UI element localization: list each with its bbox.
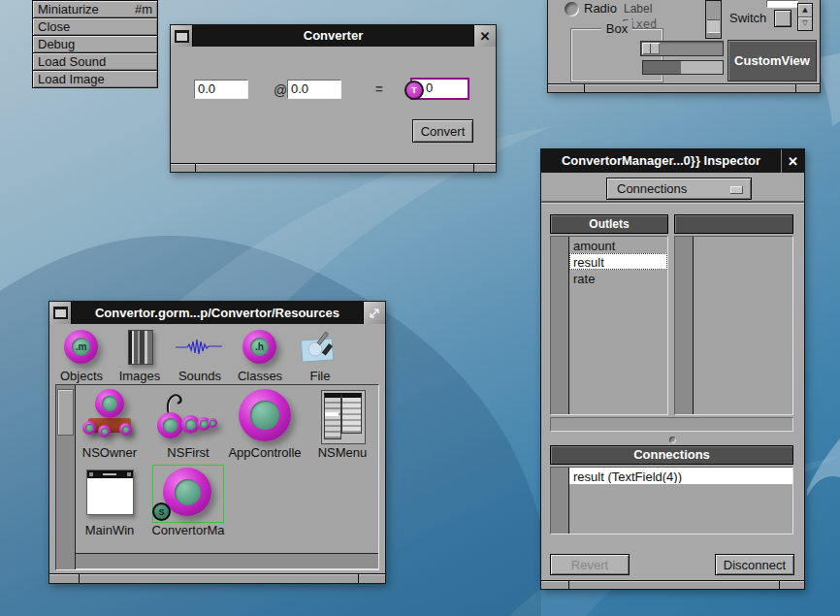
group-box-title: Box	[601, 21, 632, 36]
result-value: 0	[426, 81, 433, 95]
gorm-titlebar[interactable]: Convertor.gorm...p/Convertor/Resources	[49, 302, 385, 324]
radio-label[interactable]: Radio	[584, 1, 617, 16]
convert-button[interactable]: Convert	[412, 119, 473, 143]
slider[interactable]	[640, 41, 724, 56]
mainwin-icon	[86, 470, 134, 515]
equals-label: =	[375, 81, 383, 96]
menu-item-label: Load Image	[38, 72, 105, 86]
nsowner-icon	[82, 389, 137, 443]
window-title: ConvertorManager...0}} Inspector	[541, 149, 781, 173]
tab-file[interactable]: File	[290, 328, 350, 383]
divider	[541, 201, 804, 204]
customview[interactable]: CustomView	[727, 40, 817, 81]
tab-classes[interactable]: .h Classes	[230, 328, 290, 383]
rate-field[interactable]: 0.0	[287, 80, 341, 99]
connection-target-badge: T	[404, 81, 424, 100]
window-title: Convertor.gorm...p/Convertor/Resources	[72, 302, 363, 324]
progress-fill	[643, 61, 681, 74]
targets-scrollbar[interactable]	[675, 237, 694, 414]
tab-objects[interactable]: .m Objects	[51, 328, 112, 383]
stepper-down-icon[interactable]: ▽	[798, 17, 812, 30]
close-button[interactable]: ✕	[473, 25, 496, 47]
nsmenu-icon	[321, 390, 366, 444]
miniaturize-icon	[53, 307, 68, 319]
result-field[interactable]: 0 T	[410, 78, 469, 100]
stepper[interactable]: ▲ ▽	[797, 3, 813, 31]
static-label[interactable]: Label	[624, 2, 652, 16]
object-convertormanager[interactable]: S ConvertorMa	[149, 467, 227, 537]
close-button[interactable]: ✕	[781, 149, 804, 173]
desktop: { "menu": { "items": [ {"label": "Miniat…	[0, 0, 840, 616]
outlet-row-rate[interactable]: rate	[569, 270, 667, 286]
revert-button[interactable]: Revert	[550, 554, 630, 575]
partial-textfield[interactable]	[766, 0, 798, 8]
at-label: @	[274, 82, 287, 98]
object-nsmenu[interactable]: NSMenu	[304, 389, 381, 460]
images-tab-icon	[128, 330, 153, 365]
tab-sounds[interactable]: Sounds	[170, 328, 230, 383]
miniaturize-icon	[175, 30, 189, 43]
resize-icon	[368, 307, 381, 320]
menu-item-label: Debug	[38, 37, 75, 51]
window-title: Converter	[193, 25, 473, 47]
close-icon: ✕	[788, 155, 798, 168]
miniaturize-button[interactable]	[49, 302, 72, 324]
sounds-tab-icon	[176, 338, 224, 357]
menu-item-load-image[interactable]: Load Image	[32, 70, 158, 88]
objects-horizontal-scrollbar[interactable]	[76, 553, 378, 569]
resize-bar[interactable]	[548, 83, 820, 92]
close-icon: ✕	[480, 30, 491, 43]
converter-window: Converter ✕ 0.0 @ 0.0 = 0 T Convert	[170, 24, 497, 173]
resize-bar[interactable]	[49, 573, 385, 583]
connection-row[interactable]: result (TextField(4))	[569, 468, 792, 484]
outlets-header: Outlets	[550, 214, 668, 234]
menu-item-shortcut: #m	[135, 2, 152, 16]
object-appcontroller[interactable]: AppControlle	[226, 389, 304, 460]
disconnect-button[interactable]: Disconnect	[715, 554, 794, 575]
connections-list[interactable]: result (TextField(4))	[550, 467, 793, 535]
selection-outline: S	[152, 465, 224, 523]
resize-bar[interactable]	[541, 580, 804, 589]
inspector-window: ConvertorManager...0}} Inspector ✕ Conne…	[540, 148, 805, 590]
palette-window: Radio Label Fixed Switch ▲ ▽ Box CustomV…	[547, 0, 821, 93]
amount-field[interactable]: 0.0	[194, 80, 248, 99]
switch-label[interactable]: Switch	[729, 11, 766, 25]
popup-indicator-icon	[730, 186, 743, 194]
resize-window-button[interactable]	[363, 302, 385, 324]
outlets-list[interactable]: amount result rate	[550, 236, 668, 415]
menu-item-debug[interactable]: Debug	[32, 35, 158, 53]
vertical-scroller[interactable]	[705, 0, 722, 39]
targets-list[interactable]	[674, 236, 793, 415]
nsfirst-icon	[157, 389, 219, 443]
outlet-row-amount[interactable]: amount	[569, 237, 667, 253]
menu-item-close[interactable]: Close	[32, 17, 158, 36]
converter-titlebar[interactable]: Converter ✕	[171, 25, 496, 47]
connections-header: Connections	[550, 445, 793, 465]
resize-dimple[interactable]	[669, 437, 676, 443]
outlets-scrollbar[interactable]	[551, 237, 569, 414]
switch-checkbox[interactable]	[774, 10, 792, 27]
outlet-row-result[interactable]: result	[569, 253, 667, 270]
resize-bar[interactable]	[171, 163, 496, 172]
menu-item-label: Miniaturize	[38, 2, 99, 16]
object-nsfirst[interactable]: NSFirst	[149, 389, 227, 460]
tab-images[interactable]: Images	[110, 328, 170, 383]
object-mainwin[interactable]: MainWin	[71, 467, 148, 537]
file-tab-icon	[298, 330, 342, 367]
connections-scrollbar[interactable]	[551, 468, 569, 534]
menu-item-load-sound[interactable]: Load Sound	[32, 52, 158, 71]
radio-icon[interactable]	[565, 2, 579, 16]
menu-item-miniaturize[interactable]: Miniaturize #m	[32, 0, 158, 18]
objects-content-area: NSOwner NSFirst	[55, 384, 379, 570]
appcontroller-icon	[239, 389, 291, 441]
progress-bar[interactable]	[642, 60, 724, 75]
stepper-up-icon[interactable]: ▲	[798, 4, 812, 17]
miniaturize-button[interactable]	[171, 25, 193, 47]
connection-source-badge: S	[152, 503, 171, 521]
slider-knob[interactable]	[642, 43, 660, 54]
inspector-titlebar[interactable]: ConvertorManager...0}} Inspector ✕	[541, 149, 804, 173]
menu-item-label: Close	[38, 19, 70, 34]
object-nsowner[interactable]: NSOwner	[71, 389, 148, 460]
inspector-popup[interactable]: Connections	[606, 178, 752, 200]
right-column-header	[674, 214, 793, 234]
